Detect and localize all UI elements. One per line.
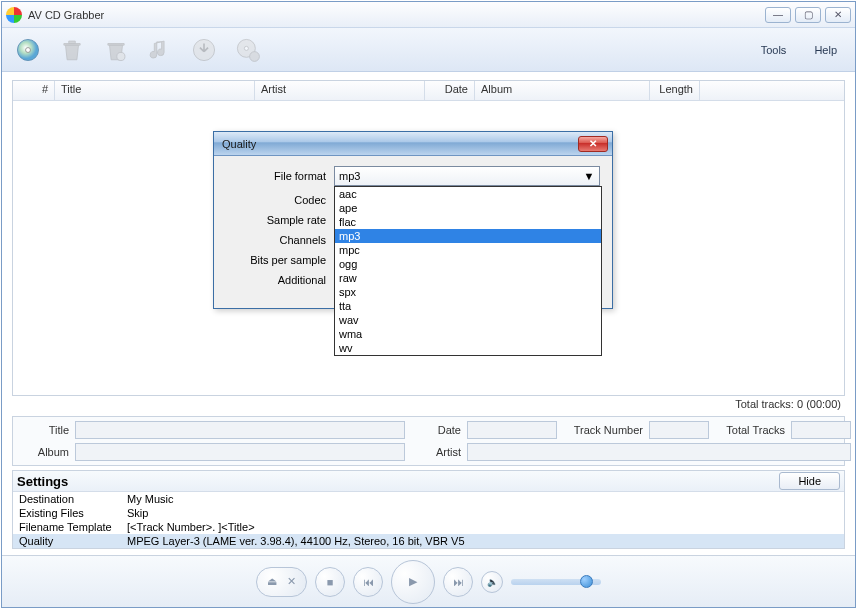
svg-point-1 <box>26 47 31 52</box>
svg-point-2 <box>117 52 125 60</box>
volume-slider[interactable] <box>511 579 601 585</box>
template-label: Filename Template <box>19 521 127 533</box>
file-format-label: File format <box>226 170 326 182</box>
meta-artist-input[interactable] <box>467 443 851 461</box>
quality-label: Quality <box>19 535 127 547</box>
additional-label: Additional <box>226 274 326 286</box>
dest-value: My Music <box>127 493 173 505</box>
main-window: AV CD Grabber — ▢ ✕ Tools Help <box>1 1 856 608</box>
dialog-body: File format mp3 ▼ Codec Sample rate Chan… <box>214 156 612 308</box>
total-tracks-label: Total tracks: 0 (00:00) <box>12 396 845 412</box>
dialog-title: Quality <box>218 138 578 150</box>
app-icon <box>6 7 22 23</box>
settings-row-destination[interactable]: Destination My Music <box>13 492 844 506</box>
channels-label: Channels <box>226 234 326 246</box>
file-format-dropdown[interactable]: aacapeflacmp3mpcoggrawspxttawavwmawv <box>334 186 602 356</box>
eject-icon[interactable]: ⏏ <box>267 575 277 588</box>
file-format-combo[interactable]: mp3 ▼ <box>334 166 600 186</box>
download-icon[interactable] <box>188 34 220 66</box>
meta-album-label: Album <box>19 446 69 458</box>
close-button[interactable]: ✕ <box>825 7 851 23</box>
meta-title-label: Title <box>19 424 69 436</box>
prev-button[interactable]: ⏮ <box>353 567 383 597</box>
meta-album-input[interactable] <box>75 443 405 461</box>
quality-dialog: Quality ✕ File format mp3 ▼ Codec Sample… <box>213 131 613 309</box>
file-format-option-aac[interactable]: aac <box>335 187 601 201</box>
codec-label: Codec <box>226 194 326 206</box>
settings-row-quality[interactable]: Quality MPEG Layer-3 (LAME ver. 3.98.4),… <box>13 534 844 548</box>
trash-eject-icon[interactable] <box>100 34 132 66</box>
maximize-button[interactable]: ▢ <box>795 7 821 23</box>
titlebar: AV CD Grabber — ▢ ✕ <box>2 2 855 28</box>
track-list: # Title Artist Date Album Length Quality… <box>12 80 845 396</box>
next-button[interactable]: ⏭ <box>443 567 473 597</box>
window-title: AV CD Grabber <box>28 9 765 21</box>
play-button[interactable]: ▶ <box>391 560 435 604</box>
dest-label: Destination <box>19 493 127 505</box>
file-format-option-raw[interactable]: raw <box>335 271 601 285</box>
dialog-close-button[interactable]: ✕ <box>578 136 608 152</box>
file-format-option-tta[interactable]: tta <box>335 299 601 313</box>
file-format-option-wv[interactable]: wv <box>335 341 601 355</box>
file-format-value: mp3 <box>339 170 360 182</box>
eject-group: ⏏ ✕ <box>256 567 307 597</box>
chevron-down-icon: ▼ <box>581 169 597 183</box>
trash-icon[interactable] <box>56 34 88 66</box>
col-album[interactable]: Album <box>475 81 650 100</box>
col-date[interactable]: Date <box>425 81 475 100</box>
file-format-option-flac[interactable]: flac <box>335 215 601 229</box>
col-num[interactable]: # <box>13 81 55 100</box>
cd-icon[interactable] <box>12 34 44 66</box>
quality-value: MPEG Layer-3 (LAME ver. 3.98.4), 44100 H… <box>127 535 465 547</box>
file-format-option-wma[interactable]: wma <box>335 327 601 341</box>
file-format-option-spx[interactable]: spx <box>335 285 601 299</box>
stop-button[interactable]: ■ <box>315 567 345 597</box>
tools-menu[interactable]: Tools <box>753 40 795 60</box>
cd-settings-icon[interactable] <box>232 34 264 66</box>
meta-tracknum-input[interactable] <box>649 421 709 439</box>
settings-row-existing[interactable]: Existing Files Skip <box>13 506 844 520</box>
file-format-option-mp3[interactable]: mp3 <box>335 229 601 243</box>
sample-rate-label: Sample rate <box>226 214 326 226</box>
meta-tracknum-label: Track Number <box>563 424 643 436</box>
svg-point-6 <box>250 51 260 61</box>
meta-artist-label: Artist <box>411 446 461 458</box>
dialog-titlebar[interactable]: Quality ✕ <box>214 132 612 156</box>
music-note-icon[interactable] <box>144 34 176 66</box>
meta-totaltracks-label: Total Tracks <box>715 424 785 436</box>
volume-thumb[interactable] <box>580 575 593 588</box>
col-title[interactable]: Title <box>55 81 255 100</box>
bits-label: Bits per sample <box>226 254 326 266</box>
file-format-option-mpc[interactable]: mpc <box>335 243 601 257</box>
toolbar: Tools Help <box>2 28 855 72</box>
track-list-header: # Title Artist Date Album Length <box>13 81 844 101</box>
existing-value: Skip <box>127 507 148 519</box>
hide-button[interactable]: Hide <box>779 472 840 490</box>
svg-point-5 <box>244 46 248 50</box>
col-artist[interactable]: Artist <box>255 81 425 100</box>
col-spacer <box>700 81 844 100</box>
settings-row-template[interactable]: Filename Template [<Track Number>. ]<Tit… <box>13 520 844 534</box>
template-value: [<Track Number>. ]<Title> <box>127 521 255 533</box>
mute-button[interactable]: 🔈 <box>481 571 503 593</box>
help-menu[interactable]: Help <box>806 40 845 60</box>
meta-date-label: Date <box>411 424 461 436</box>
file-format-option-ogg[interactable]: ogg <box>335 257 601 271</box>
minimize-button[interactable]: — <box>765 7 791 23</box>
settings-panel: Settings Hide Destination My Music Exist… <box>12 470 845 549</box>
file-format-option-ape[interactable]: ape <box>335 201 601 215</box>
col-length[interactable]: Length <box>650 81 700 100</box>
settings-heading: Settings <box>17 474 779 489</box>
content-area: # Title Artist Date Album Length Quality… <box>2 72 855 555</box>
existing-label: Existing Files <box>19 507 127 519</box>
meta-totaltracks-input[interactable] <box>791 421 851 439</box>
meta-title-input[interactable] <box>75 421 405 439</box>
file-format-option-wav[interactable]: wav <box>335 313 601 327</box>
meta-date-input[interactable] <box>467 421 557 439</box>
playback-bar: ⏏ ✕ ■ ⏮ ▶ ⏭ 🔈 <box>2 555 855 607</box>
metadata-panel: Title Date Track Number Total Tracks Alb… <box>12 416 845 466</box>
shuffle-icon[interactable]: ✕ <box>287 575 296 588</box>
